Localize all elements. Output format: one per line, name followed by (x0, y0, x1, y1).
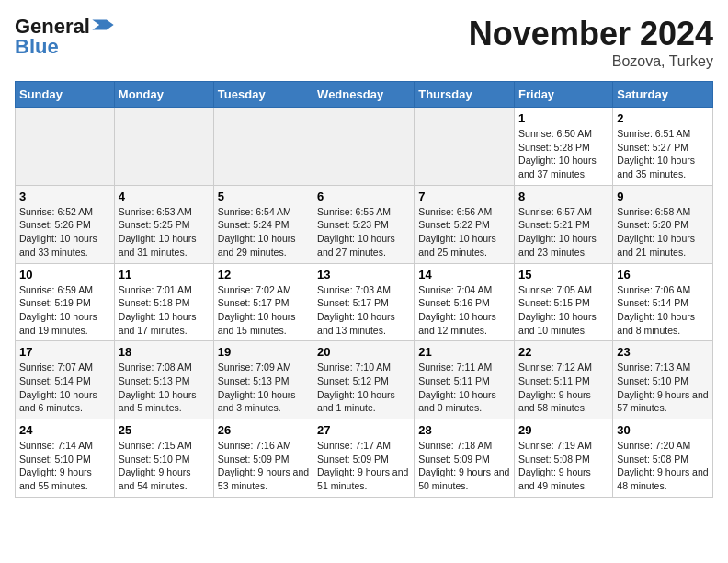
day-info: Sunrise: 7:03 AM Sunset: 5:17 PM Dayligh… (317, 283, 410, 338)
calendar-cell (313, 108, 415, 186)
day-info: Sunrise: 6:55 AM Sunset: 5:23 PM Dayligh… (317, 205, 410, 259)
day-info: Sunrise: 6:59 AM Sunset: 5:19 PM Dayligh… (19, 283, 110, 338)
day-info: Sunrise: 6:57 AM Sunset: 5:21 PM Dayligh… (518, 205, 609, 259)
day-number: 13 (317, 268, 410, 282)
calendar-cell: 17Sunrise: 7:07 AM Sunset: 5:14 PM Dayli… (16, 341, 115, 419)
calendar-cell: 7Sunrise: 6:56 AM Sunset: 5:22 PM Daylig… (415, 185, 515, 263)
day-number: 27 (317, 423, 410, 437)
day-number: 9 (617, 190, 709, 203)
calendar-cell: 30Sunrise: 7:20 AM Sunset: 5:08 PM Dayli… (613, 419, 713, 498)
day-info: Sunrise: 6:58 AM Sunset: 5:20 PM Dayligh… (617, 205, 709, 259)
logo: General Blue (15, 15, 114, 59)
day-number: 18 (119, 345, 210, 359)
calendar-header-tuesday: Tuesday (213, 82, 313, 108)
day-number: 17 (19, 345, 110, 359)
day-info: Sunrise: 6:54 AM Sunset: 5:24 PM Dayligh… (218, 205, 309, 259)
calendar-week-row: 17Sunrise: 7:07 AM Sunset: 5:14 PM Dayli… (16, 341, 713, 419)
day-info: Sunrise: 7:12 AM Sunset: 5:11 PM Dayligh… (518, 361, 609, 415)
day-number: 29 (518, 423, 609, 437)
day-info: Sunrise: 7:20 AM Sunset: 5:08 PM Dayligh… (617, 439, 709, 493)
day-number: 11 (119, 268, 210, 282)
header: General Blue November 2024 Bozova, Turke… (15, 15, 713, 70)
day-number: 5 (218, 190, 309, 203)
day-info: Sunrise: 7:05 AM Sunset: 5:15 PM Dayligh… (518, 283, 609, 338)
day-info: Sunrise: 6:53 AM Sunset: 5:25 PM Dayligh… (119, 205, 210, 259)
title-section: November 2024 Bozova, Turkey (469, 15, 713, 70)
calendar-cell: 18Sunrise: 7:08 AM Sunset: 5:13 PM Dayli… (114, 341, 213, 419)
calendar-week-row: 1Sunrise: 6:50 AM Sunset: 5:28 PM Daylig… (16, 108, 713, 186)
day-number: 2 (617, 111, 709, 125)
day-number: 10 (19, 268, 110, 282)
logo-blue: Blue (15, 35, 59, 59)
day-info: Sunrise: 6:56 AM Sunset: 5:22 PM Dayligh… (418, 205, 510, 259)
day-number: 26 (218, 423, 309, 437)
calendar-cell: 9Sunrise: 6:58 AM Sunset: 5:20 PM Daylig… (613, 185, 713, 263)
day-number: 19 (218, 345, 309, 359)
calendar-cell: 12Sunrise: 7:02 AM Sunset: 5:17 PM Dayli… (213, 263, 313, 341)
calendar-cell: 20Sunrise: 7:10 AM Sunset: 5:12 PM Dayli… (313, 341, 415, 419)
calendar-cell: 8Sunrise: 6:57 AM Sunset: 5:21 PM Daylig… (515, 185, 613, 263)
day-info: Sunrise: 6:50 AM Sunset: 5:28 PM Dayligh… (518, 127, 609, 181)
day-number: 4 (119, 190, 210, 203)
calendar-cell: 3Sunrise: 6:52 AM Sunset: 5:26 PM Daylig… (16, 185, 115, 263)
day-info: Sunrise: 7:19 AM Sunset: 5:08 PM Dayligh… (518, 439, 609, 493)
calendar-header-monday: Monday (114, 82, 213, 108)
day-number: 30 (617, 423, 709, 437)
calendar-cell: 15Sunrise: 7:05 AM Sunset: 5:15 PM Dayli… (515, 263, 613, 341)
calendar-cell: 11Sunrise: 7:01 AM Sunset: 5:18 PM Dayli… (114, 263, 213, 341)
calendar-cell: 19Sunrise: 7:09 AM Sunset: 5:13 PM Dayli… (213, 341, 313, 419)
calendar-cell (114, 108, 213, 186)
day-info: Sunrise: 7:09 AM Sunset: 5:13 PM Dayligh… (218, 361, 309, 415)
day-info: Sunrise: 7:07 AM Sunset: 5:14 PM Dayligh… (19, 361, 110, 415)
day-info: Sunrise: 6:51 AM Sunset: 5:27 PM Dayligh… (617, 127, 709, 181)
day-number: 3 (19, 190, 110, 203)
calendar-cell: 22Sunrise: 7:12 AM Sunset: 5:11 PM Dayli… (515, 341, 613, 419)
day-number: 20 (317, 345, 410, 359)
calendar-cell: 23Sunrise: 7:13 AM Sunset: 5:10 PM Dayli… (613, 341, 713, 419)
day-info: Sunrise: 7:01 AM Sunset: 5:18 PM Dayligh… (119, 283, 210, 338)
day-number: 1 (518, 111, 609, 125)
calendar-week-row: 24Sunrise: 7:14 AM Sunset: 5:10 PM Dayli… (16, 419, 713, 498)
day-info: Sunrise: 7:10 AM Sunset: 5:12 PM Dayligh… (317, 361, 410, 415)
month-title: November 2024 (469, 15, 713, 53)
day-info: Sunrise: 7:02 AM Sunset: 5:17 PM Dayligh… (218, 283, 309, 338)
calendar-cell: 14Sunrise: 7:04 AM Sunset: 5:16 PM Dayli… (415, 263, 515, 341)
day-number: 12 (218, 268, 309, 282)
day-info: Sunrise: 7:14 AM Sunset: 5:10 PM Dayligh… (19, 439, 110, 493)
calendar-week-row: 10Sunrise: 6:59 AM Sunset: 5:19 PM Dayli… (16, 263, 713, 341)
svg-marker-0 (92, 20, 113, 30)
calendar-header-thursday: Thursday (415, 82, 515, 108)
day-info: Sunrise: 7:06 AM Sunset: 5:14 PM Dayligh… (617, 283, 709, 338)
calendar-cell: 27Sunrise: 7:17 AM Sunset: 5:09 PM Dayli… (313, 419, 415, 498)
calendar-cell: 28Sunrise: 7:18 AM Sunset: 5:09 PM Dayli… (415, 419, 515, 498)
calendar-week-row: 3Sunrise: 6:52 AM Sunset: 5:26 PM Daylig… (16, 185, 713, 263)
day-number: 28 (418, 423, 510, 437)
calendar-cell: 25Sunrise: 7:15 AM Sunset: 5:10 PM Dayli… (114, 419, 213, 498)
day-info: Sunrise: 7:17 AM Sunset: 5:09 PM Dayligh… (317, 439, 410, 493)
calendar-header-wednesday: Wednesday (313, 82, 415, 108)
calendar-cell (16, 108, 115, 186)
calendar-header-sunday: Sunday (16, 82, 115, 108)
calendar-cell: 26Sunrise: 7:16 AM Sunset: 5:09 PM Dayli… (213, 419, 313, 498)
day-info: Sunrise: 7:13 AM Sunset: 5:10 PM Dayligh… (617, 361, 709, 415)
calendar-cell: 10Sunrise: 6:59 AM Sunset: 5:19 PM Dayli… (16, 263, 115, 341)
day-info: Sunrise: 7:18 AM Sunset: 5:09 PM Dayligh… (418, 439, 510, 493)
day-number: 24 (19, 423, 110, 437)
day-info: Sunrise: 7:08 AM Sunset: 5:13 PM Dayligh… (119, 361, 210, 415)
calendar-cell: 29Sunrise: 7:19 AM Sunset: 5:08 PM Dayli… (515, 419, 613, 498)
day-number: 22 (518, 345, 609, 359)
day-number: 6 (317, 190, 410, 203)
day-info: Sunrise: 7:16 AM Sunset: 5:09 PM Dayligh… (218, 439, 309, 493)
calendar-cell: 21Sunrise: 7:11 AM Sunset: 5:11 PM Dayli… (415, 341, 515, 419)
day-number: 25 (119, 423, 210, 437)
calendar-cell: 5Sunrise: 6:54 AM Sunset: 5:24 PM Daylig… (213, 185, 313, 263)
day-info: Sunrise: 7:04 AM Sunset: 5:16 PM Dayligh… (418, 283, 510, 338)
calendar-cell: 6Sunrise: 6:55 AM Sunset: 5:23 PM Daylig… (313, 185, 415, 263)
day-number: 15 (518, 268, 609, 282)
calendar-cell: 4Sunrise: 6:53 AM Sunset: 5:25 PM Daylig… (114, 185, 213, 263)
day-number: 16 (617, 268, 709, 282)
calendar-cell: 24Sunrise: 7:14 AM Sunset: 5:10 PM Dayli… (16, 419, 115, 498)
day-info: Sunrise: 7:15 AM Sunset: 5:10 PM Dayligh… (119, 439, 210, 493)
calendar-cell (213, 108, 313, 186)
calendar-cell: 16Sunrise: 7:06 AM Sunset: 5:14 PM Dayli… (613, 263, 713, 341)
